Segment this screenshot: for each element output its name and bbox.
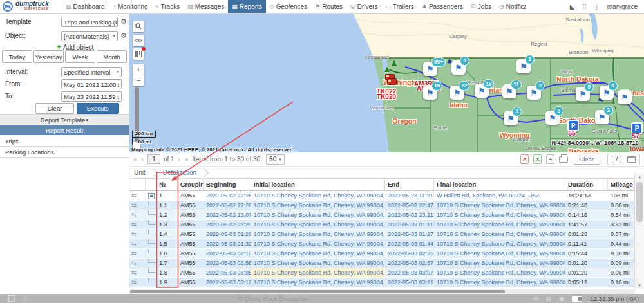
- map[interactable]: WashingtonOregonIdahoMontanaWyomingNorth…: [129, 13, 644, 152]
- col-end[interactable]: End: [385, 179, 434, 190]
- report-templates-section[interactable]: Report Templates: [0, 114, 129, 125]
- nav-item-monitoring[interactable]: ◔Monitoring: [108, 0, 151, 13]
- grid-icon[interactable]: ⠿: [23, 295, 28, 302]
- cluster-marker[interactable]: ⚑12: [450, 86, 464, 100]
- nav-item-geofences[interactable]: ◇Geofences: [266, 0, 311, 13]
- page-size-select[interactable]: 50 ▾: [266, 154, 285, 165]
- cluster-marker[interactable]: ⚑3: [545, 111, 560, 125]
- table-row[interactable]: ⇆1.1AM552022-05-02 22:26:0010710 S Chene…: [129, 201, 635, 210]
- nav-item-drivers[interactable]: ◎Drivers: [346, 0, 382, 13]
- table-row[interactable]: ⇆1.3AM552022-05-02 23:29:0810710 S Chene…: [129, 220, 635, 230]
- excel-export-icon[interactable]: X: [533, 154, 542, 164]
- col-number[interactable]: №: [156, 179, 178, 190]
- export-file-icon[interactable]: +: [546, 154, 554, 164]
- chat-icon[interactable]: ▤: [545, 295, 551, 302]
- template-select[interactable]: Trips and Parking (Gr... ▾: [61, 17, 118, 27]
- scroll-down-icon[interactable]: ▼: [635, 282, 644, 289]
- table-row[interactable]: ⇆1.5AM552022-05-03 01:32:4110710 S Chene…: [129, 239, 635, 249]
- col-initial-location[interactable]: Initial location: [251, 179, 385, 190]
- col-final-location[interactable]: Final location: [434, 179, 565, 190]
- cluster-marker[interactable]: ⚑1: [516, 59, 531, 73]
- kebab-menu-icon[interactable]: ⋮: [594, 3, 600, 10]
- prev-page-button[interactable]: ‹: [141, 156, 144, 163]
- zoom-out-button[interactable]: −: [133, 75, 144, 86]
- table-row[interactable]: ⇆1.9AM552022-05-03 03:16:2210710 S Chene…: [129, 278, 635, 288]
- apps-grid-icon[interactable]: ⠿: [582, 3, 586, 10]
- next-page-button[interactable]: ›: [178, 156, 181, 163]
- nav-item-routes[interactable]: ⚑Routes: [311, 0, 346, 13]
- col-duration[interactable]: Duration: [565, 179, 608, 190]
- nav-item-trailers[interactable]: ▭Trailers: [381, 0, 417, 13]
- pdf-export-icon[interactable]: A: [520, 154, 529, 164]
- map-view-icon[interactable]: [612, 156, 621, 163]
- table-row[interactable]: ⇆1.6AM552022-05-03 02:10:3010710 S Chene…: [129, 249, 635, 259]
- scroll-up-icon[interactable]: ▲: [635, 173, 644, 181]
- table-row[interactable]: ⇆1.2AM552022-05-02 23:07:0010710 S Chene…: [129, 210, 635, 220]
- cluster-marker[interactable]: ⚑: [618, 90, 632, 104]
- table-row[interactable]: ⇆1.7AM552022-05-03 02:56:3010710 S Chene…: [129, 259, 635, 268]
- cluster-marker[interactable]: ⚑99+: [423, 62, 437, 76]
- user-name[interactable]: marygrace: [607, 3, 638, 10]
- nav-item-jobs[interactable]: ☑Jobs: [467, 0, 495, 13]
- cluster-marker[interactable]: ⚑13: [475, 84, 489, 98]
- app-logo[interactable]: dumptruck DISPATCHER: [0, 1, 62, 12]
- ruler-icon[interactable]: ◣: [570, 3, 575, 10]
- col-grouping[interactable]: Grouping: [178, 179, 204, 190]
- table-row[interactable]: ⇆1AM552022-05-02 22:26:0010710 S Cheney …: [129, 191, 635, 201]
- table-view-icon[interactable]: [627, 156, 636, 163]
- mail-icon[interactable]: ✉: [533, 295, 538, 302]
- nav-item-reports[interactable]: ▦Reports: [228, 0, 266, 13]
- interval-select[interactable]: Specified interval ▾: [61, 67, 122, 77]
- last-page-button[interactable]: »: [184, 156, 189, 163]
- range-button-yesterday[interactable]: Yesterday: [33, 50, 64, 63]
- unit-label[interactable]: TK020: [377, 93, 396, 100]
- map-visibility-button[interactable]: [133, 35, 144, 46]
- cluster-marker[interactable]: ⚑2: [595, 110, 609, 124]
- sidebar-item-parking-locations[interactable]: Parking Locations: [0, 147, 129, 158]
- object-wrench-icon[interactable]: ⚙: [120, 32, 127, 40]
- report-result-section[interactable]: Report Result: [0, 125, 129, 135]
- page-number-input[interactable]: 1: [147, 154, 160, 164]
- clear-button[interactable]: Clear: [35, 103, 74, 114]
- table-row[interactable]: ⇆1.4AM552022-05-03 01:26:0910710 S Chene…: [129, 230, 635, 239]
- image-icon[interactable]: ▣: [559, 295, 565, 302]
- map-search-button[interactable]: [133, 21, 144, 32]
- nav-item-messages[interactable]: ▤Messages: [184, 0, 228, 13]
- table-vertical-scrollbar[interactable]: ▲ ▼: [634, 173, 644, 289]
- nav-item-dashboard[interactable]: ▥Dashboard: [62, 0, 108, 13]
- cluster-marker[interactable]: ⚑11: [502, 84, 516, 98]
- object-select[interactable]: [ActionMaterials] ▾: [61, 31, 118, 41]
- unit-direction-icon[interactable]: [384, 66, 390, 72]
- collapse-toggle[interactable]: [148, 193, 155, 199]
- table-row[interactable]: ⇆1.8AM552022-05-03 03:05:4210710 S Chene…: [129, 268, 635, 278]
- unit-direction-icon[interactable]: [392, 60, 397, 66]
- from-input[interactable]: [61, 79, 122, 89]
- truck-marker[interactable]: [387, 78, 397, 85]
- cluster-marker[interactable]: ⚑3: [451, 60, 466, 75]
- nav-item-notifications[interactable]: ◷Notifications: [495, 0, 526, 13]
- vertical-scroll-thumb[interactable]: [636, 182, 643, 222]
- cluster-marker[interactable]: ⚑6: [600, 86, 614, 100]
- cluster-marker[interactable]: ⚑2: [527, 86, 541, 100]
- range-button-week[interactable]: Week: [65, 50, 95, 63]
- clear-result-button[interactable]: Clear: [573, 154, 600, 165]
- template-wrench-icon[interactable]: ⚙: [120, 17, 127, 26]
- col-mileage[interactable]: Mileage: [608, 179, 635, 190]
- tab-unit[interactable]: Unit: [133, 169, 147, 176]
- print-icon[interactable]: [559, 156, 568, 163]
- zoom-in-button[interactable]: +: [133, 64, 144, 75]
- cluster-marker[interactable]: ⚑5: [576, 87, 590, 101]
- horizontal-scroll-thumb[interactable]: [130, 290, 505, 293]
- cluster-marker[interactable]: ⚑3: [504, 111, 518, 125]
- range-button-month[interactable]: Month: [97, 50, 127, 63]
- table-horizontal-scrollbar[interactable]: [129, 289, 635, 294]
- toggle-icon[interactable]: [572, 296, 582, 302]
- to-input[interactable]: [61, 91, 122, 102]
- execute-button[interactable]: Execute: [77, 103, 119, 114]
- nav-item-tracks[interactable]: ≈Tracks: [152, 0, 184, 13]
- sidebar-item-trips[interactable]: Trips: [0, 136, 129, 147]
- range-button-today[interactable]: Today: [2, 50, 32, 63]
- window-panel-icon[interactable]: [8, 295, 15, 302]
- col-beginning[interactable]: Beginning: [204, 179, 251, 190]
- map-layers-button[interactable]: [133, 48, 144, 60]
